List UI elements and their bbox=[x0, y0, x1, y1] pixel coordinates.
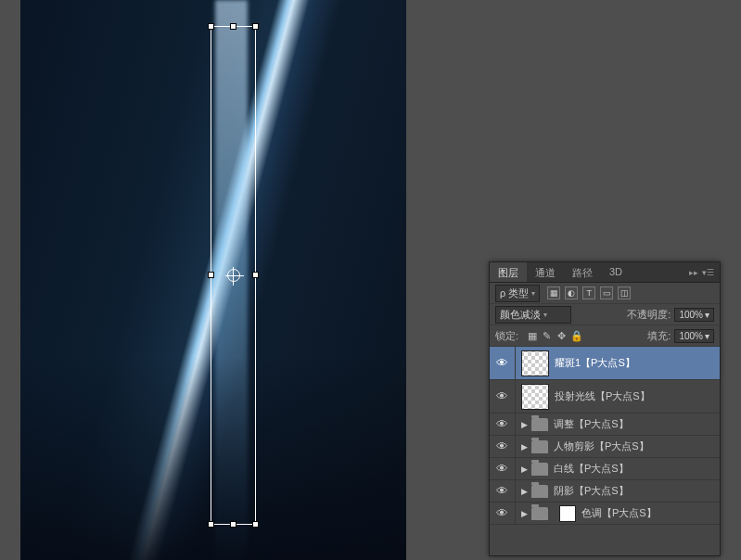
layer-name-label: 耀斑1【P大点S】 bbox=[555, 356, 714, 370]
filter-shape-icon[interactable]: ▭ bbox=[600, 286, 613, 299]
opacity-input[interactable]: 100%▾ bbox=[674, 308, 714, 322]
transform-bounding-box[interactable] bbox=[211, 26, 256, 525]
filter-row: ρ 类型 ▾ ▦ ◐ T ▭ ◫ bbox=[490, 283, 720, 304]
tab-paths[interactable]: 路径 bbox=[564, 262, 601, 282]
handle-bottom-right[interactable] bbox=[252, 521, 259, 528]
tab-3d[interactable]: 3D bbox=[601, 262, 631, 282]
folder-icon bbox=[531, 440, 548, 453]
layer-group[interactable]: 👁▶调整【P大点S】 bbox=[490, 414, 720, 436]
folder-icon bbox=[531, 418, 548, 431]
disclosure-triangle-icon[interactable]: ▶ bbox=[521, 442, 528, 452]
collapse-icon[interactable]: ▸▸ bbox=[689, 268, 698, 277]
layer-name-label: 色调【P大点S】 bbox=[581, 506, 714, 520]
tab-layers[interactable]: 图层 bbox=[490, 262, 527, 282]
handle-top-left[interactable] bbox=[208, 23, 214, 30]
handle-top-right[interactable] bbox=[252, 23, 259, 30]
blend-mode-dropdown[interactable]: 颜色减淡 ▾ bbox=[495, 306, 571, 324]
visibility-eye-icon[interactable]: 👁 bbox=[490, 414, 516, 435]
lock-label: 锁定: bbox=[495, 329, 518, 343]
filter-type-icon[interactable]: T bbox=[582, 286, 595, 299]
lock-all-icon[interactable]: 🔒 bbox=[570, 330, 582, 342]
visibility-eye-icon[interactable]: 👁 bbox=[490, 503, 516, 524]
lock-paint-icon[interactable]: ✎ bbox=[541, 330, 553, 342]
blend-row: 颜色减淡 ▾ 不透明度: 100%▾ bbox=[490, 304, 720, 325]
folder-icon bbox=[531, 485, 548, 498]
handle-middle-left[interactable] bbox=[208, 272, 214, 278]
layers-list: 👁耀斑1【P大点S】👁投射光线【P大点S】👁▶调整【P大点S】👁▶人物剪影【P大… bbox=[490, 347, 720, 525]
visibility-eye-icon[interactable]: 👁 bbox=[490, 480, 516, 502]
lock-transparency-icon[interactable]: ▦ bbox=[526, 330, 538, 342]
panel-menu-icon[interactable]: ▾☰ bbox=[702, 268, 714, 277]
lock-position-icon[interactable]: ✥ bbox=[556, 330, 568, 342]
kind-dropdown[interactable]: ρ 类型 ▾ bbox=[495, 285, 540, 302]
handle-middle-right[interactable] bbox=[252, 272, 259, 278]
layer-group[interactable]: 👁▶色调【P大点S】 bbox=[490, 503, 720, 525]
layer-group[interactable]: 👁▶人物剪影【P大点S】 bbox=[490, 436, 720, 458]
disclosure-triangle-icon[interactable]: ▶ bbox=[521, 509, 528, 518]
lock-row: 锁定: ▦ ✎ ✥ 🔒 填充: 100%▾ bbox=[490, 325, 720, 347]
layer-name-label: 调整【P大点S】 bbox=[554, 417, 714, 431]
handle-top-center[interactable] bbox=[230, 23, 236, 30]
visibility-eye-icon[interactable]: 👁 bbox=[490, 380, 516, 413]
layer-item[interactable]: 👁耀斑1【P大点S】 bbox=[490, 347, 720, 380]
visibility-eye-icon[interactable]: 👁 bbox=[490, 458, 516, 479]
layer-group[interactable]: 👁▶阴影【P大点S】 bbox=[490, 480, 720, 503]
panel-tabs: 图层 通道 路径 3D ▸▸ ▾☰ bbox=[490, 262, 720, 283]
kind-label: 类型 bbox=[508, 286, 529, 300]
filter-adjustment-icon[interactable]: ◐ bbox=[565, 286, 578, 299]
layer-thumbnail[interactable] bbox=[521, 350, 549, 376]
folder-icon bbox=[531, 463, 548, 476]
disclosure-triangle-icon[interactable]: ▶ bbox=[521, 420, 528, 429]
filter-smart-icon[interactable]: ◫ bbox=[618, 286, 631, 299]
layer-name-label: 人物剪影【P大点S】 bbox=[554, 439, 714, 453]
layer-name-label: 阴影【P大点S】 bbox=[554, 484, 714, 498]
disclosure-triangle-icon[interactable]: ▶ bbox=[521, 465, 528, 474]
layer-item[interactable]: 👁投射光线【P大点S】 bbox=[490, 380, 720, 414]
layer-thumbnail[interactable] bbox=[521, 384, 549, 410]
fill-input[interactable]: 100%▾ bbox=[674, 329, 714, 343]
layer-name-label: 白线【P大点S】 bbox=[554, 462, 714, 476]
tab-channels[interactable]: 通道 bbox=[527, 262, 564, 282]
disclosure-triangle-icon[interactable]: ▶ bbox=[521, 487, 528, 496]
folder-icon bbox=[531, 507, 548, 520]
opacity-label: 不透明度: bbox=[627, 308, 671, 322]
filter-pixel-icon[interactable]: ▦ bbox=[547, 286, 560, 299]
visibility-eye-icon[interactable]: 👁 bbox=[490, 347, 516, 379]
layer-mask-thumb[interactable] bbox=[559, 505, 576, 522]
transform-center-icon[interactable] bbox=[227, 269, 240, 282]
handle-bottom-center[interactable] bbox=[230, 521, 236, 528]
layer-name-label: 投射光线【P大点S】 bbox=[555, 389, 714, 403]
blend-mode-value: 颜色减淡 bbox=[500, 308, 541, 322]
layers-panel: 图层 通道 路径 3D ▸▸ ▾☰ ρ 类型 ▾ ▦ ◐ T ▭ ◫ 颜色减淡 … bbox=[489, 261, 721, 556]
handle-bottom-left[interactable] bbox=[208, 521, 214, 528]
fill-label: 填充: bbox=[647, 329, 671, 343]
layer-group[interactable]: 👁▶白线【P大点S】 bbox=[490, 458, 720, 480]
visibility-eye-icon[interactable]: 👁 bbox=[490, 436, 516, 457]
canvas[interactable] bbox=[20, 0, 406, 560]
